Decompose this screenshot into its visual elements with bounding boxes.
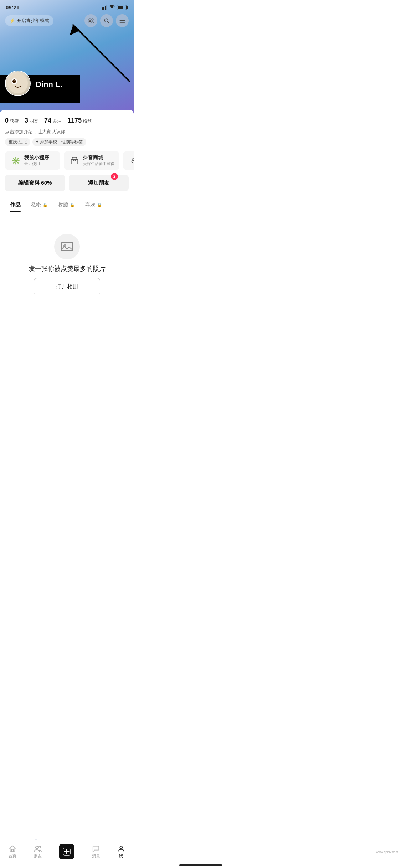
private-lock-icon: 🔒 [43,203,48,207]
avatar-wrap [5,71,31,96]
svg-rect-0 [102,7,103,10]
search-icon [104,18,109,24]
mini-app-programs-name: 我的小程序 [24,155,49,161]
profile-card: 0 获赞 3 朋友 74 关注 1175 粉丝 点击添加介绍，让大家认识你 重庆… [0,110,134,310]
mini-app-music-icon [128,155,134,166]
bio-text[interactable]: 点击添加介绍，让大家认识你 [5,129,129,135]
empty-icon-wrap [54,234,80,259]
mini-app-programs[interactable]: ✳️ 我的小程序 最近使用 [5,151,60,170]
svg-point-5 [92,19,93,20]
add-tag-button[interactable]: + 添加学校、性别等标签 [32,138,86,146]
svg-point-14 [12,79,16,83]
tab-bar: 作品 私密 🔒 收藏 🔒 喜欢 🔒 [0,197,134,212]
profile-header: 09:21 [0,0,134,114]
friends-count: 3 [25,117,28,124]
likes-lock-icon: 🔒 [97,203,102,207]
svg-rect-3 [107,5,108,10]
tab-favorites-label: 收藏 [58,202,68,208]
followers-count: 1175 [67,117,82,124]
tab-favorites[interactable]: 收藏 🔒 [53,197,80,212]
avatar [5,71,31,96]
action-buttons: 编辑资料 60% 添加朋友 2 [5,175,129,191]
nav-icons [84,14,129,27]
battery-icon [117,5,128,10]
empty-title: 发一张你被点赞最多的照片 [29,264,106,273]
svg-rect-1 [103,7,104,10]
username-partial: Dinn L. [36,80,62,89]
following-count: 74 [44,117,51,124]
menu-icon [119,19,125,23]
edit-profile-button[interactable]: 编辑资料 60% [5,175,65,191]
mini-app-programs-icon: ✳️ [10,155,21,166]
add-friend-label: 添加朋友 [88,180,109,186]
followers-stat[interactable]: 1175 粉丝 [67,117,92,124]
svg-rect-8 [120,20,125,21]
tags-row: 重庆·江北 + 添加学校、性别等标签 [5,138,129,146]
mini-app-programs-sub: 最近使用 [24,161,49,166]
friends-icon [88,18,94,24]
youth-mode-label: 开启青少年模式 [17,17,49,24]
svg-rect-7 [120,19,125,19]
open-album-label: 打开相册 [56,283,78,289]
open-album-button[interactable]: 打开相册 [34,278,100,295]
svg-point-15 [15,80,16,81]
friend-request-badge: 2 [111,173,118,180]
friends-label: 朋友 [29,118,38,124]
top-nav: ⚡ 开启青少年模式 [0,14,134,27]
mini-app-shop-name: 抖音商城 [83,155,114,161]
edit-profile-label: 编辑资料 60% [18,180,52,186]
signal-icon [102,5,107,10]
svg-point-12 [8,73,28,93]
mini-apps-row: ✳️ 我的小程序 最近使用 抖音商城 美好生活触手可得 [0,151,134,170]
stats-row: 0 获赞 3 朋友 74 关注 1175 粉丝 [5,115,129,129]
add-tag-label: + 添加学校、性别等标签 [36,139,82,145]
friends-button[interactable] [84,14,97,27]
friends-stat[interactable]: 3 朋友 [25,117,38,124]
tab-works-label: 作品 [10,202,21,208]
mini-app-shop-icon [69,155,80,166]
likes-label: 获赞 [10,118,19,124]
tab-likes[interactable]: 喜欢 🔒 [80,197,107,212]
status-icons [102,5,128,10]
empty-state: 发一张你被点赞最多的照片 打开相册 [5,212,129,310]
followers-label: 粉丝 [83,118,92,124]
following-stat[interactable]: 74 关注 [44,117,62,124]
mini-app-shop-sub: 美好生活触手可得 [83,161,114,166]
svg-rect-16 [71,159,78,164]
mini-app-shop-info: 抖音商城 美好生活触手可得 [83,155,114,166]
avatar-image [6,71,30,95]
wifi-icon [109,5,115,10]
tab-likes-label: 喜欢 [85,202,96,208]
svg-rect-9 [120,22,125,23]
mini-app-programs-info: 我的小程序 最近使用 [24,155,49,166]
search-button[interactable] [100,14,113,27]
likes-stat[interactable]: 0 获赞 [5,117,19,124]
following-label: 关注 [52,118,62,124]
add-friend-button[interactable]: 添加朋友 2 [69,175,129,191]
tab-works[interactable]: 作品 [5,197,26,212]
status-bar: 09:21 [0,0,134,12]
likes-count: 0 [5,117,9,124]
svg-point-4 [89,19,91,21]
status-time: 09:21 [6,4,19,10]
svg-rect-18 [61,242,73,251]
tab-private[interactable]: 私密 🔒 [26,197,53,212]
youth-mode-icon: ⚡ [9,18,15,24]
menu-button[interactable] [116,14,129,27]
favorites-lock-icon: 🔒 [70,203,75,207]
youth-mode-button[interactable]: ⚡ 开启青少年模式 [5,15,53,26]
location-tag[interactable]: 重庆·江北 [5,138,30,146]
mini-app-shop[interactable]: 抖音商城 美好生活触手可得 [64,151,119,170]
photo-icon [61,241,73,252]
mini-app-music[interactable]: 音乐 [123,151,134,170]
tab-private-label: 私密 [31,202,41,208]
svg-rect-2 [105,6,106,10]
